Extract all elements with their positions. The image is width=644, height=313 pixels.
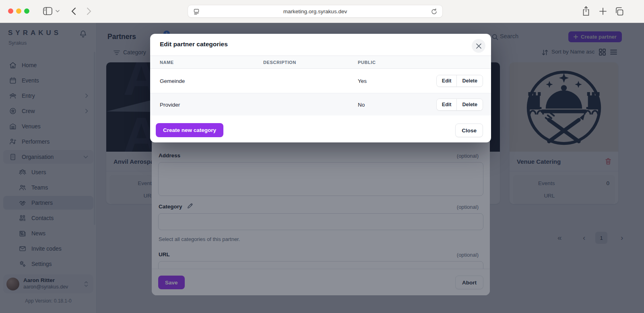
address-bar[interactable]: marketing.org.syrakus.dev [188,5,443,18]
edit-category-button[interactable]: Edit [437,99,457,110]
table-row: Provider No Edit Delete [150,93,491,115]
row-actions: Edit Delete [436,75,483,87]
reload-icon[interactable] [431,8,437,15]
delete-category-button[interactable]: Delete [456,99,483,110]
modal-title: Edit partner categories [160,41,228,48]
window-close-button[interactable] [8,8,13,14]
create-new-category-button[interactable]: Create new category [156,123,223,137]
category-name: Provider [160,101,180,107]
edit-category-button[interactable]: Edit [437,75,457,86]
column-header-name: NAME [160,60,174,65]
window-zoom-button[interactable] [24,8,29,14]
delete-category-button[interactable]: Delete [456,75,483,86]
window-minimize-button[interactable] [16,8,21,14]
share-icon[interactable] [582,6,590,16]
table-header: NAME DESCRIPTION PUBLIC [150,56,491,69]
category-name: Gemeinde [160,78,185,84]
column-header-description: DESCRIPTION [263,60,296,65]
category-public: No [358,101,365,107]
category-public: Yes [358,78,367,84]
sidebar-toggle-icon[interactable] [43,7,52,15]
app-viewport: SYRAKUS 1 Syrakus Home Events Entry Crew… [0,23,644,313]
url-text: marketing.org.syrakus.dev [188,8,442,14]
column-header-public: PUBLIC [358,60,376,65]
new-tab-icon[interactable] [599,7,607,15]
forward-button[interactable] [87,7,91,15]
edit-categories-modal: Edit partner categories NAME DESCRIPTION… [150,34,491,142]
browser-chrome: marketing.org.syrakus.dev [0,0,644,23]
tab-overview-icon[interactable] [615,7,623,16]
row-actions: Edit Delete [436,99,483,111]
toolbar-chevron-down-icon[interactable] [56,10,60,12]
back-button[interactable] [71,7,76,15]
table-row: Gemeinde Yes Edit Delete [150,69,491,93]
close-button[interactable]: Close [455,124,483,137]
close-icon[interactable] [472,39,485,53]
